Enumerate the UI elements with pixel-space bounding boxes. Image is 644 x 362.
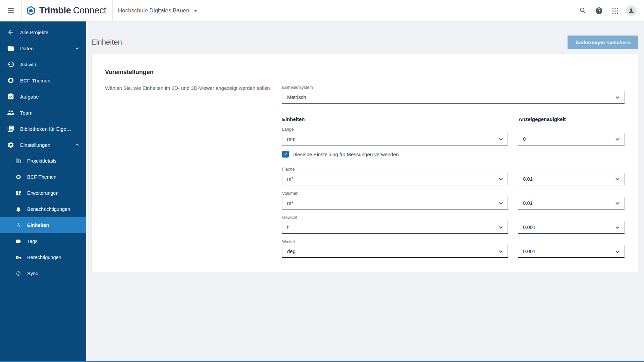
- select-value: 0.001: [523, 224, 536, 230]
- trimble-connect-logo[interactable]: TrimbleConnect: [22, 5, 112, 16]
- sidebar-item[interactable]: Sync: [0, 265, 86, 282]
- app-window: TrimbleConnect Hochschule Digitales Baue…: [0, 0, 644, 362]
- select-value: 0.01: [523, 200, 533, 206]
- sidebar-item-label: Berechtigungen: [27, 255, 61, 260]
- chevron-down-icon: [615, 136, 619, 140]
- help-icon: [595, 7, 603, 15]
- unit-select[interactable]: mm: [282, 133, 508, 145]
- brand-name: Trimble: [39, 5, 71, 15]
- sidebar-item-label: Aktivität: [20, 62, 38, 67]
- sidebar-item[interactable]: Daten: [0, 40, 86, 56]
- apps-grid-button[interactable]: [610, 5, 621, 16]
- help-button[interactable]: [594, 5, 604, 16]
- unit-row: Winkel deg 0.001: [282, 239, 625, 258]
- sidebar-item-label: Benachrichtigungen: [27, 206, 70, 212]
- trimble-logo-icon: [26, 6, 36, 16]
- units-column-header: Einheiten: [282, 116, 519, 122]
- sidebar-item[interactable]: BCF-Themen: [0, 169, 86, 185]
- chevron-down-icon: [615, 225, 619, 228]
- chevron-down-icon: [499, 176, 502, 180]
- sidebar-item[interactable]: Erweiterungen: [0, 185, 86, 201]
- sidebar-item-label: Einheiten: [27, 223, 49, 228]
- select-value: 0.01: [523, 176, 533, 182]
- select-value: mm: [287, 136, 296, 142]
- history-icon: [7, 61, 14, 68]
- unit-row-label: Gewicht: [282, 215, 508, 220]
- sidebar-item[interactable]: Tags: [0, 233, 86, 249]
- precision-select[interactable]: 0.01: [518, 173, 625, 185]
- sidebar-item-label: Daten: [20, 46, 34, 51]
- sidebar-item-label: Erweiterungen: [27, 190, 59, 196]
- check-icon: [283, 152, 288, 157]
- precision-select[interactable]: 0: [518, 133, 625, 145]
- search-button[interactable]: [578, 5, 588, 16]
- sidebar-item-label: Bibliotheken für Eigensch...: [20, 126, 74, 132]
- hamburger-menu-icon[interactable]: [0, 0, 21, 21]
- sidebar-item[interactable]: Aktivität: [0, 56, 86, 72]
- key-icon: [15, 254, 21, 260]
- sidebar-item[interactable]: Aufgabe: [0, 88, 86, 105]
- sidebar-item[interactable]: Berechtigungen: [0, 249, 86, 265]
- precision-select[interactable]: 0.001: [518, 221, 625, 234]
- unit-row-label: Länge: [282, 127, 508, 132]
- unit-row: Volumen m³ 0.01: [282, 191, 625, 209]
- gear-icon: [7, 141, 14, 148]
- chevron-down-icon: [499, 249, 502, 252]
- sidebar-item[interactable]: Team: [0, 105, 86, 121]
- select-value: deg: [287, 248, 296, 254]
- unit-select[interactable]: t: [282, 221, 508, 234]
- save-changes-button[interactable]: Änderungen speichern: [568, 36, 638, 49]
- sidebar-item[interactable]: Einheiten: [0, 217, 86, 233]
- select-value: t: [287, 224, 288, 230]
- building-icon: [15, 158, 21, 164]
- sidebar-item-label: Einstellungen: [20, 142, 50, 148]
- user-avatar[interactable]: [626, 5, 637, 16]
- tag-icon: [15, 238, 21, 244]
- measure-checkbox[interactable]: [282, 151, 289, 158]
- person-icon: [628, 7, 635, 14]
- unit-system-select[interactable]: Metrisch: [282, 91, 625, 104]
- folder-icon: [7, 45, 14, 52]
- chevron-down-icon: [615, 249, 619, 252]
- people-icon: [7, 109, 14, 116]
- chevron-down-icon: [615, 95, 619, 98]
- chevron-down-icon: [615, 200, 619, 204]
- project-selector[interactable]: Hochschule Digitales Bauen: [113, 0, 203, 21]
- sidebar-navigation: Alle Projekte Daten Aktivität BCF-Themen: [0, 21, 86, 362]
- library-icon: [7, 125, 14, 132]
- select-value: Metrisch: [287, 94, 306, 100]
- select-value: m²: [287, 176, 293, 182]
- unit-select[interactable]: m³: [282, 197, 508, 209]
- sidebar-item[interactable]: BCF-Themen: [0, 72, 86, 88]
- sidebar-item-label: Team: [20, 110, 33, 116]
- bell-icon: [15, 206, 21, 212]
- unit-system-label: Einheitensystem: [282, 85, 625, 90]
- search-icon: [579, 7, 587, 15]
- unit-row: Fläche m² 0.01: [282, 167, 625, 185]
- unit-select[interactable]: m²: [282, 173, 508, 185]
- main-content: Einheiten Änderungen speichern Voreinste…: [86, 21, 644, 362]
- clipboard-check-icon: [7, 93, 14, 100]
- sidebar-item[interactable]: Projektdetails: [0, 153, 86, 169]
- unit-row: Gewicht t 0.001: [282, 215, 625, 234]
- brand-product: Connect: [73, 5, 106, 15]
- precision-column-header: Anzeigegenauigkeit: [519, 116, 566, 122]
- select-value: 0: [523, 136, 526, 142]
- same-settings-checkbox-row[interactable]: Dieselbe Einstellung für Messungen verwe…: [282, 151, 625, 158]
- precision-select[interactable]: 0.001: [518, 245, 625, 258]
- chevron-up-icon: [74, 142, 80, 148]
- unit-row-label: Winkel: [282, 239, 508, 244]
- sidebar-item[interactable]: Einstellungen: [0, 137, 86, 153]
- unit-row: Länge mm 0: [282, 127, 625, 145]
- sidebar-item[interactable]: Benachrichtigungen: [0, 201, 86, 217]
- select-value: 0.001: [523, 248, 536, 254]
- select-value: m³: [287, 200, 293, 206]
- measure-icon: [15, 222, 21, 228]
- sidebar-item[interactable]: Bibliotheken für Eigensch...: [0, 121, 86, 137]
- precision-select[interactable]: 0.01: [518, 197, 625, 209]
- settings-panel: Voreinstellungen Wählen Sie, wie Einheit…: [91, 54, 638, 272]
- sidebar-item[interactable]: Alle Projekte: [0, 24, 86, 40]
- chevron-down-icon: [499, 225, 502, 228]
- unit-select[interactable]: deg: [282, 245, 508, 258]
- bcf-icon: [7, 77, 14, 84]
